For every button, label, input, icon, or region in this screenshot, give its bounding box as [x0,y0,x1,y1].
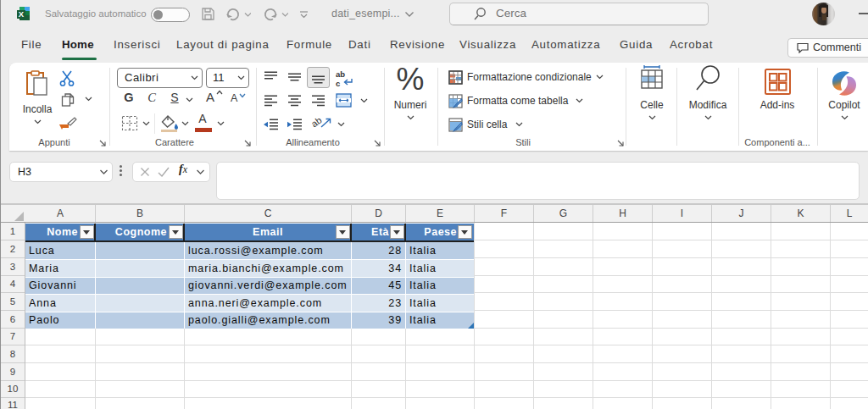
svg-text:X: X [19,9,25,19]
